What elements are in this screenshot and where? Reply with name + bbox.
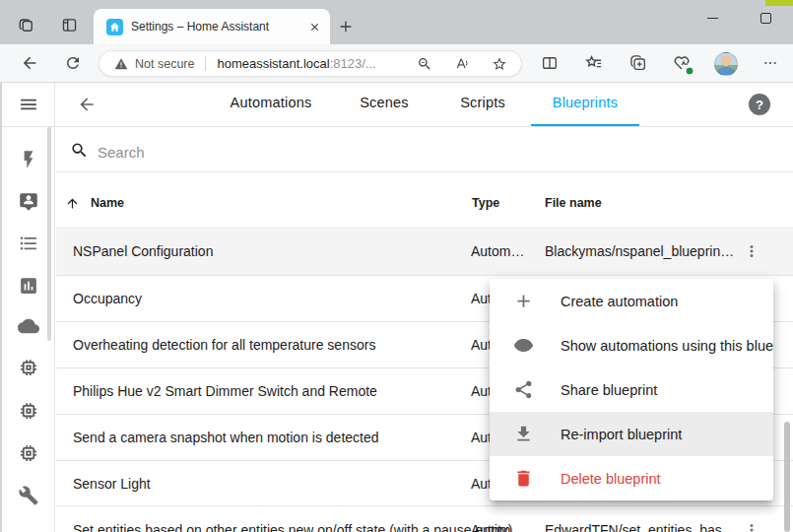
address-host: homeassistant.local bbox=[217, 56, 329, 71]
row-name: Philips Hue v2 Smart Dimmer Switch and R… bbox=[73, 383, 377, 399]
row-type: Autom… bbox=[471, 522, 524, 532]
tab-close-icon[interactable] bbox=[309, 22, 320, 33]
favorites-icon[interactable] bbox=[585, 54, 604, 73]
search-divider bbox=[56, 171, 793, 172]
ha-back-icon[interactable] bbox=[77, 95, 97, 114]
menu-item-create-automation[interactable]: Create automation bbox=[490, 279, 773, 323]
column-header-name[interactable]: Name bbox=[91, 196, 124, 210]
address-path: :8123/... bbox=[330, 56, 376, 71]
blueprint-context-menu: Create automation Show automations using… bbox=[490, 279, 773, 500]
row-name: Sensor Light bbox=[73, 476, 151, 492]
row-file: EdwardTFN/set_entities_bas… bbox=[545, 522, 736, 532]
tab-title: Settings – Home Assistant bbox=[131, 20, 301, 33]
desktop-sliver bbox=[765, 0, 793, 6]
search-icon bbox=[70, 141, 89, 160]
collections-icon[interactable] bbox=[629, 54, 648, 73]
tab-automations[interactable]: Automations bbox=[231, 95, 312, 110]
row-name: NSPanel Configuration bbox=[73, 243, 213, 259]
browser-menu-icon[interactable] bbox=[762, 55, 778, 71]
row-type: Autom… bbox=[471, 243, 524, 259]
browser-toolbar: Not secure homeassistant.local:8123/... bbox=[0, 44, 793, 83]
trash-icon bbox=[513, 468, 534, 489]
read-aloud-icon[interactable] bbox=[454, 56, 470, 72]
menu-item-label: Re-import blueprint bbox=[561, 427, 682, 442]
new-tab-icon[interactable] bbox=[338, 19, 354, 34]
tab-actions-icon[interactable] bbox=[61, 17, 78, 33]
row-name: Set entities based on other entities new… bbox=[73, 522, 512, 532]
row-overflow-menu-icon[interactable] bbox=[741, 240, 762, 262]
menu-item-label: Delete blueprint bbox=[561, 471, 661, 487]
sidebar-item-account-tooltip-icon[interactable] bbox=[19, 192, 39, 213]
sidebar-item-chip-icon[interactable] bbox=[19, 401, 39, 422]
sort-ascending-icon[interactable] bbox=[65, 196, 80, 211]
browser-titlebar: Settings – Home Assistant bbox=[0, 0, 793, 44]
profile-avatar[interactable] bbox=[714, 52, 738, 76]
workspaces-icon[interactable] bbox=[18, 17, 35, 34]
menu-item-share-blueprint[interactable]: Share blueprint bbox=[490, 367, 773, 412]
browser-essentials-icon[interactable] bbox=[673, 54, 692, 73]
tab-scripts[interactable]: Scripts bbox=[460, 95, 505, 110]
home-assistant-favicon bbox=[106, 19, 123, 35]
address-bar[interactable]: Not secure homeassistant.local:8123/... bbox=[99, 50, 522, 77]
refresh-icon[interactable] bbox=[64, 54, 82, 72]
column-header-file[interactable]: File name bbox=[545, 196, 602, 210]
browser-tab[interactable]: Settings – Home Assistant bbox=[94, 9, 330, 44]
header-divider bbox=[2, 126, 793, 127]
zoom-out-icon[interactable] bbox=[417, 56, 432, 72]
menu-item-reimport-blueprint[interactable]: Re-import blueprint bbox=[490, 412, 773, 456]
hamburger-menu-icon[interactable] bbox=[19, 95, 39, 115]
favorite-star-icon[interactable] bbox=[492, 56, 507, 72]
menu-item-label: Create automation bbox=[561, 294, 678, 309]
menu-item-delete-blueprint[interactable]: Delete blueprint bbox=[490, 456, 773, 500]
sidebar-item-chip-icon[interactable] bbox=[19, 443, 39, 464]
plus-icon bbox=[513, 291, 534, 311]
browser-window: Settings – Home Assistant Not secure hom… bbox=[0, 0, 793, 532]
back-icon[interactable] bbox=[21, 54, 39, 73]
eye-icon bbox=[513, 335, 534, 356]
sidebar-item-chip-icon[interactable] bbox=[19, 358, 39, 378]
row-file: Blackymas/nspanel_blueprin… bbox=[545, 243, 734, 259]
not-secure-warning-icon bbox=[114, 57, 128, 71]
security-label[interactable]: Not secure bbox=[135, 57, 194, 71]
address-separator bbox=[205, 56, 206, 71]
row-name: Occupancy bbox=[73, 291, 142, 306]
menu-item-show-automations[interactable]: Show automations using this blueprint bbox=[490, 323, 773, 367]
sidebar-item-energy-flash-icon[interactable] bbox=[19, 150, 39, 170]
sidebar-item-wrench-icon[interactable] bbox=[19, 486, 39, 506]
download-icon bbox=[513, 424, 534, 444]
tab-blueprints[interactable]: Blueprints bbox=[553, 95, 618, 110]
table-row[interactable]: Set entities based on other entities new… bbox=[56, 506, 793, 532]
sidebar-item-history-chart-icon[interactable] bbox=[19, 276, 39, 297]
window-maximize-button[interactable] bbox=[751, 10, 780, 26]
column-header-type[interactable]: Type bbox=[472, 196, 499, 210]
row-overflow-menu-icon[interactable] bbox=[741, 519, 762, 532]
table-row[interactable]: NSPanel Configuration Autom… Blackymas/n… bbox=[56, 227, 793, 276]
split-screen-icon[interactable] bbox=[541, 54, 559, 72]
page-scrollbar[interactable] bbox=[784, 422, 790, 532]
help-button[interactable]: ? bbox=[749, 94, 770, 115]
essentials-status-badge bbox=[686, 67, 694, 76]
share-icon bbox=[513, 379, 534, 400]
sidebar-item-logbook-list-icon[interactable] bbox=[19, 233, 39, 254]
tab-scenes[interactable]: Scenes bbox=[360, 95, 409, 110]
sidebar-scrollbar[interactable] bbox=[47, 126, 51, 341]
row-name: Overheating detection for all temperatur… bbox=[73, 337, 375, 353]
sidebar-item-cloud-icon[interactable] bbox=[18, 315, 39, 337]
menu-item-label: Show automations using this blueprint bbox=[561, 338, 773, 354]
window-minimize-button[interactable] bbox=[697, 10, 727, 26]
search-input[interactable] bbox=[98, 139, 492, 165]
row-name: Send a camera snapshot when motion is de… bbox=[73, 430, 379, 445]
menu-item-label: Share blueprint bbox=[561, 382, 657, 398]
